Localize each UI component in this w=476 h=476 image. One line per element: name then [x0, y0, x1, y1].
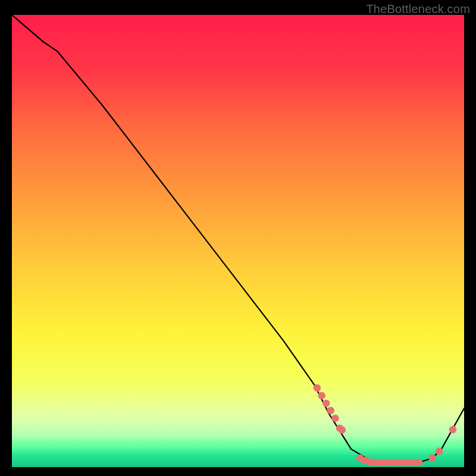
chart-background	[12, 15, 464, 467]
data-point	[449, 426, 456, 433]
watermark-label: TheBottleneck.com	[366, 2, 470, 16]
data-point	[331, 415, 339, 422]
chart-area	[12, 15, 464, 467]
data-point	[327, 407, 334, 414]
data-point	[318, 392, 325, 399]
chart-svg	[12, 15, 464, 467]
data-point	[322, 400, 330, 407]
data-point	[429, 455, 436, 462]
data-point	[339, 426, 346, 433]
data-point	[436, 447, 443, 455]
data-point	[314, 384, 321, 392]
data-point	[415, 459, 422, 466]
